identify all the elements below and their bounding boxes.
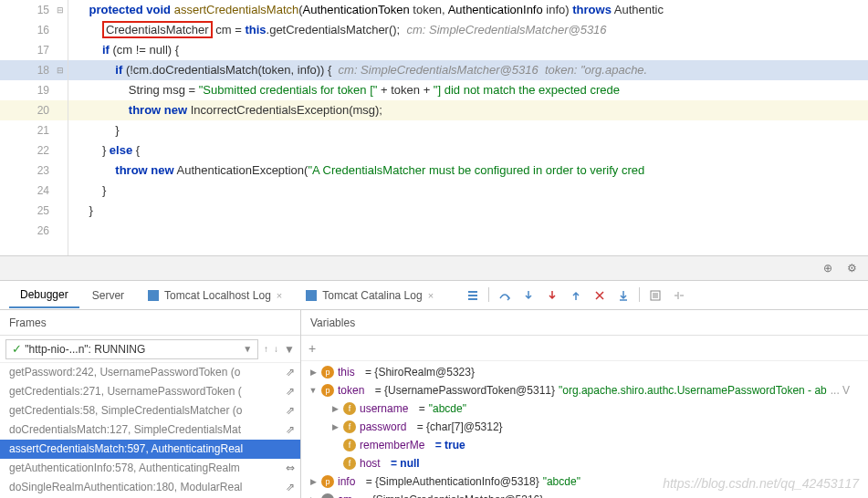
step-over-icon[interactable]: [497, 287, 513, 304]
code-line: CredentialsMatcher cm = this.getCredenti…: [68, 20, 868, 40]
expand-icon[interactable]: ▶: [330, 404, 340, 413]
run-to-cursor-icon[interactable]: [615, 287, 632, 304]
thread-row: ✓ "http-nio-...n": RUNNING ▼ ↑ ↓ ▼: [0, 336, 300, 363]
evaluate-icon[interactable]: [647, 287, 664, 304]
field-badge-icon: f: [343, 420, 356, 433]
field-badge-icon: f: [343, 439, 356, 451]
line-number: 16: [0, 20, 68, 40]
fold-icon[interactable]: ⊟: [57, 66, 64, 75]
prev-frame-icon[interactable]: ↑: [264, 344, 268, 354]
code-line: String msg = "Submitted credentials for …: [68, 80, 868, 100]
link-icon: ⇗: [286, 382, 295, 401]
frames-header: Frames: [0, 310, 300, 336]
code-line-exec: if (!cm.doCredentialsMatch(token, info))…: [68, 60, 868, 80]
field-badge-icon: f: [343, 402, 356, 415]
line-number: 18⊟: [0, 60, 68, 80]
frame-item[interactable]: doCredentialsMatch:127, SimpleCredential…: [0, 420, 300, 440]
param-badge-icon: p: [321, 384, 334, 397]
frame-item[interactable]: doSingleRealmAuthentication:180, Modular…: [0, 478, 300, 497]
close-icon[interactable]: ×: [428, 290, 434, 301]
tomcat-icon: [306, 290, 317, 301]
code-line: }: [68, 201, 868, 221]
var-host[interactable]: f host = null: [301, 454, 868, 472]
thread-select[interactable]: ✓ "http-nio-...n": RUNNING ▼: [5, 339, 258, 359]
line-number: 24: [0, 181, 68, 201]
expand-icon[interactable]: ▶: [309, 368, 318, 377]
show-exec-icon[interactable]: [465, 287, 481, 304]
link-icon: ⇗: [286, 401, 295, 420]
variables-panel: Variables + ▶ p this = {ShiroRealm@5323}…: [301, 310, 868, 498]
line-number: 23: [0, 161, 68, 181]
svg-rect-1: [306, 290, 317, 301]
tab-debugger[interactable]: Debugger: [9, 283, 79, 308]
gutter: 15⊟ 16 17 18⊟ 19 20 21 22 23 24 25 26: [0, 0, 68, 255]
gear-icon[interactable]: ⚙: [844, 261, 859, 275]
frame-item[interactable]: getCredentials:271, UsernamePasswordToke…: [0, 382, 300, 401]
line-number: 21: [0, 120, 68, 140]
variables-header: Variables: [301, 310, 868, 336]
var-badge-icon: ≡: [321, 493, 334, 498]
line-number: 15⊟: [0, 0, 68, 20]
link-icon: ⇔: [286, 459, 295, 478]
code-line: if (cm != null) {: [68, 40, 868, 60]
pin-icon[interactable]: ⊕: [821, 261, 835, 275]
line-number: 22: [0, 140, 68, 161]
code-line: } else {: [68, 140, 868, 161]
close-icon[interactable]: ×: [277, 290, 282, 301]
collapse-icon[interactable]: ▼: [309, 386, 318, 395]
check-icon: ✓: [12, 342, 22, 356]
line-number: 19: [0, 80, 68, 100]
field-badge-icon: f: [343, 457, 356, 470]
add-watch-icon[interactable]: +: [309, 341, 316, 356]
debug-tabs: Debugger Server Tomcat Localhost Log× To…: [0, 281, 868, 310]
frames-panel: Frames ✓ "http-nio-...n": RUNNING ▼ ↑ ↓ …: [0, 310, 301, 498]
drop-frame-icon[interactable]: [591, 287, 608, 304]
tomcat-icon: [148, 290, 159, 301]
trace-icon[interactable]: [671, 287, 687, 304]
code-editor[interactable]: 15⊟ 16 17 18⊟ 19 20 21 22 23 24 25 26 pr…: [0, 0, 868, 255]
debug-body: Frames ✓ "http-nio-...n": RUNNING ▼ ↑ ↓ …: [0, 310, 868, 498]
line-number: 25: [0, 201, 68, 221]
code-line: }: [68, 120, 868, 140]
step-controls: [465, 287, 687, 304]
next-frame-icon[interactable]: ↓: [274, 344, 278, 354]
frame-item[interactable]: getPassword:242, UsernamePasswordToken (…: [0, 363, 300, 382]
var-rememberme[interactable]: f rememberMe = true: [301, 436, 868, 454]
step-into-icon[interactable]: [520, 287, 537, 304]
var-password[interactable]: ▶ f password = {char[7]@5312}: [301, 418, 868, 436]
var-cm[interactable]: ▶ ≡ cm = {SimpleCredentialsMatcher@5316}: [301, 491, 868, 498]
fold-icon[interactable]: ⊟: [57, 5, 64, 15]
line-number: 20: [0, 100, 68, 120]
code-line: }: [68, 181, 868, 201]
watermark: https://blog.csdn.net/qq_42453117: [663, 476, 859, 491]
svg-rect-0: [148, 290, 159, 301]
frame-item[interactable]: getCredentials:58, SimpleCredentialsMatc…: [0, 401, 300, 420]
var-username[interactable]: ▶ f username = "abcde": [301, 399, 868, 418]
highlighted-class: CredentialsMatcher: [102, 21, 213, 38]
code-line: [68, 221, 868, 241]
link-icon: ⇗: [286, 420, 295, 440]
code-line-breakpoint: throw new IncorrectCredentialsException(…: [68, 100, 868, 120]
step-out-icon[interactable]: [568, 287, 584, 304]
frame-item[interactable]: getAuthenticationInfo:578, Authenticatin…: [0, 459, 300, 478]
var-token[interactable]: ▼ p token = {UsernamePasswordToken@5311}…: [301, 381, 868, 399]
variables-toolbar: +: [301, 336, 868, 361]
tab-tomcat-localhost[interactable]: Tomcat Localhost Log×: [137, 284, 293, 307]
frame-item-selected[interactable]: assertCredentialsMatch:597, Authenticati…: [0, 440, 300, 459]
filter-icon[interactable]: ▼: [284, 343, 295, 356]
code-line: protected void assertCredentialsMatch(Au…: [68, 0, 868, 20]
chevron-down-icon: ▼: [243, 344, 252, 354]
expand-icon[interactable]: ▶: [309, 477, 318, 486]
param-badge-icon: p: [321, 475, 334, 488]
toolbar-row: ⊕ ⚙: [0, 255, 868, 281]
code-line: throw new AuthenticationException("A Cre…: [68, 161, 868, 181]
expand-icon[interactable]: ▶: [330, 422, 340, 431]
line-number: 26: [0, 221, 68, 241]
param-badge-icon: p: [321, 366, 334, 379]
var-this[interactable]: ▶ p this = {ShiroRealm@5323}: [301, 363, 868, 381]
tab-server[interactable]: Server: [81, 284, 135, 307]
frames-list[interactable]: getPassword:242, UsernamePasswordToken (…: [0, 363, 300, 498]
tab-tomcat-catalina[interactable]: Tomcat Catalina Log×: [295, 284, 444, 307]
force-step-into-icon[interactable]: [544, 287, 560, 304]
code-body[interactable]: protected void assertCredentialsMatch(Au…: [68, 0, 868, 255]
